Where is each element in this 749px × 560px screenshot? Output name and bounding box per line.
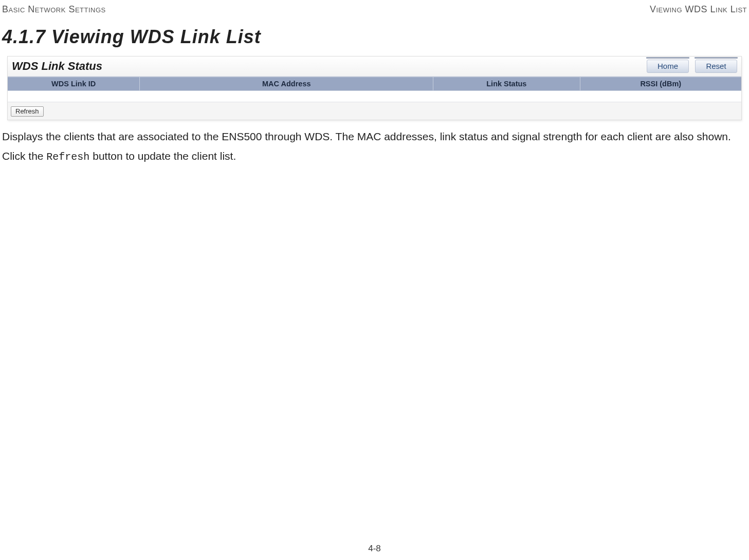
cell-empty (140, 91, 433, 102)
para2-suffix: button to update the client list. (89, 150, 236, 162)
refresh-button[interactable]: Refresh (11, 106, 44, 117)
cell-empty (433, 91, 580, 102)
description-paragraph-1: Displays the clients that are associated… (2, 129, 747, 144)
page-number: 4-8 (0, 544, 749, 554)
cell-empty (580, 91, 741, 102)
cell-empty (8, 91, 140, 102)
reset-button[interactable]: Reset (695, 60, 737, 73)
panel-header-bar: WDS Link Status Home Reset (8, 57, 741, 75)
header-left: Basic Network Settings (2, 4, 106, 15)
table-header-row: WDS Link ID MAC Address Link Status RSSI… (8, 77, 741, 91)
table-row (8, 91, 741, 102)
col-header-mac-address: MAC Address (140, 77, 433, 91)
para2-prefix: Click the (2, 150, 46, 162)
panel-title: WDS Link Status (12, 60, 102, 73)
wds-link-status-panel: WDS Link Status Home Reset WDS Link ID M… (7, 56, 742, 120)
panel-header-buttons: Home Reset (647, 60, 737, 73)
header-right: Viewing WDS Link List (650, 4, 747, 15)
home-button[interactable]: Home (647, 60, 689, 73)
panel-footer: Refresh (8, 102, 741, 120)
description-paragraph-2: Click the Refresh button to update the c… (2, 149, 747, 164)
description-block: Displays the clients that are associated… (0, 120, 749, 164)
col-header-link-status: Link Status (433, 77, 580, 91)
col-header-wds-link-id: WDS Link ID (8, 77, 140, 91)
section-heading: 4.1.7 Viewing WDS Link List (0, 17, 749, 56)
page-running-header: Basic Network Settings Viewing WDS Link … (0, 0, 749, 17)
para2-code: Refresh (46, 151, 89, 163)
col-header-rssi: RSSI (dBm) (580, 77, 741, 91)
wds-link-table: WDS Link ID MAC Address Link Status RSSI… (8, 77, 741, 102)
